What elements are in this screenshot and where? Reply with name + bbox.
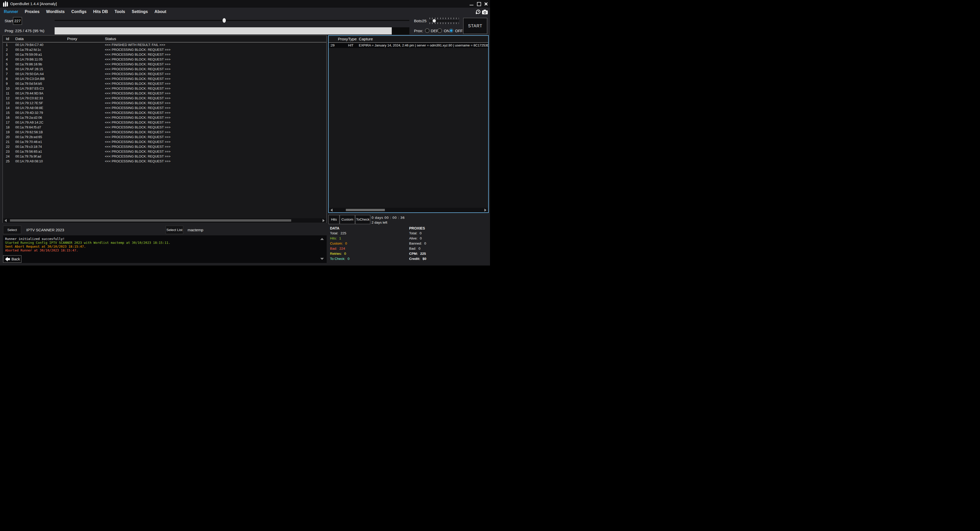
- table-row[interactable]: 1800:1a:79:64:f5:d7<<< PROCESSING BLOCK:…: [3, 125, 326, 130]
- close-icon: [484, 2, 488, 6]
- log-line: Aborted Runner at 30/10/2023 18:15:47.: [5, 249, 327, 252]
- stat-row: Total:225: [330, 231, 350, 236]
- wordlist-name: mactemp: [188, 228, 204, 232]
- proxy-radio-def[interactable]: [425, 28, 430, 33]
- menu-items: Runner Proxies Wordlists Configs Hits DB…: [4, 8, 166, 16]
- results-hscrollbar[interactable]: [3, 218, 326, 223]
- menu-bar: Runner Proxies Wordlists Configs Hits DB…: [0, 8, 490, 16]
- minimize-button[interactable]: [469, 0, 475, 8]
- menu-item-runner[interactable]: Runner: [4, 10, 18, 14]
- tab-tocheck-label: ToCheck: [356, 215, 369, 224]
- hit-row[interactable]: :29HITEXPIRA = January 14, 2024, 2:46 pm…: [329, 43, 488, 48]
- select-cfg-button[interactable]: Select CFG: [3, 226, 21, 234]
- column-header-proxy[interactable]: Proxy: [67, 35, 77, 42]
- column-header-proxy[interactable]: Proxy: [338, 36, 348, 42]
- table-row[interactable]: 300:1a:79:59:09:a1<<< PROCESSING BLOCK: …: [3, 52, 326, 57]
- column-header-status[interactable]: Status: [105, 35, 116, 42]
- table-row[interactable]: 1500:1A:79:4D:32:79<<< PROCESSING BLOCK:…: [3, 110, 326, 115]
- menu-item-about[interactable]: About: [154, 10, 166, 14]
- progress-label: Prog: 225 / 475 (95 %): [5, 29, 45, 33]
- menu-item-tools[interactable]: Tools: [115, 10, 125, 14]
- start-slider[interactable]: [55, 20, 409, 21]
- openbullet-logo-icon: [3, 1, 9, 7]
- column-header-data[interactable]: Data: [15, 35, 24, 42]
- bots-slider[interactable]: [430, 18, 459, 24]
- scroll-right-icon[interactable]: [323, 219, 325, 222]
- stat-row: Bad:224: [330, 247, 350, 252]
- stat-row: Hits:1: [330, 236, 350, 241]
- table-row[interactable]: 1200:1A:79:C0:82:33<<< PROCESSING BLOCK:…: [3, 96, 326, 100]
- table-row[interactable]: 600:1A:79:AF:26:15<<< PROCESSING BLOCK: …: [3, 67, 326, 72]
- proxy-radio-on[interactable]: [438, 28, 442, 33]
- column-header-type[interactable]: Type: [348, 36, 357, 42]
- proxies-stats-title: PROXIES: [409, 226, 425, 230]
- maximize-button[interactable]: [476, 0, 482, 8]
- proxies-stats-rows: Total:0Alive:0Banned:0Bad:0CPM:225Credit…: [409, 231, 426, 262]
- stat-row: Alive:0: [409, 236, 426, 241]
- menu-item-proxies[interactable]: Proxies: [25, 10, 40, 14]
- proxy-mode-label: Prox:: [414, 29, 423, 33]
- config-name: IPTV SCANNER 2023: [26, 228, 64, 232]
- app-window: OpenBullet 1.4.4 [Anomaly] Runner Proxie…: [0, 0, 490, 266]
- table-row[interactable]: 100:1A:79:B4:C7:40<<< FINISHED WITH RESU…: [3, 42, 326, 47]
- table-row[interactable]: 700:1A:79:50:DA:A4<<< PROCESSING BLOCK: …: [3, 72, 326, 77]
- table-row[interactable]: 1300:1A:79:12:7E:5F<<< PROCESSING BLOCK:…: [3, 100, 326, 105]
- history-icon[interactable]: [475, 9, 481, 14]
- menu-item-hitsdb[interactable]: Hits DB: [93, 10, 108, 14]
- table-row[interactable]: 1400:1A:79:A8:08:8E<<< PROCESSING BLOCK:…: [3, 105, 326, 110]
- start-value-input[interactable]: 227: [13, 17, 22, 25]
- table-row[interactable]: 400:1A:79:B6:11:05<<< PROCESSING BLOCK: …: [3, 57, 326, 62]
- scroll-left-icon[interactable]: [331, 209, 332, 212]
- tab-hits[interactable]: Hits: [328, 215, 339, 224]
- table-row[interactable]: 800:1A:79:C3:DA:BB<<< PROCESSING BLOCK: …: [3, 77, 326, 81]
- runner-controls: Start: 227 Bots: 25 START Prog: 225 / 47…: [0, 16, 490, 35]
- close-button[interactable]: [483, 0, 489, 8]
- select-list-button[interactable]: Select List: [165, 226, 183, 234]
- menu-item-wordlists[interactable]: Wordlists: [46, 10, 65, 14]
- table-row[interactable]: 500:1a:79:86:16:9b<<< PROCESSING BLOCK: …: [3, 62, 326, 67]
- results-hscroll-thumb[interactable]: [10, 219, 291, 222]
- progress-fill: [55, 27, 392, 35]
- proxy-radio-off-label: OFF: [455, 29, 463, 33]
- tab-custom-label: Custom: [342, 215, 353, 224]
- table-row[interactable]: 2000:1a:79:2b:ed:65<<< PROCESSING BLOCK:…: [3, 134, 326, 139]
- hits-panel-header: Proxy Type Capture: [329, 36, 488, 42]
- bots-slider-thumb[interactable]: [433, 19, 436, 22]
- hits-hscroll-thumb[interactable]: [346, 209, 385, 211]
- table-row[interactable]: 1100:1A:79:44:9D:9A<<< PROCESSING BLOCK:…: [3, 91, 326, 96]
- column-header-id[interactable]: Id: [6, 35, 9, 42]
- back-button[interactable]: Back: [3, 255, 21, 263]
- menu-item-settings[interactable]: Settings: [132, 10, 148, 14]
- tab-custom[interactable]: Custom: [340, 215, 355, 224]
- start-slider-thumb[interactable]: [223, 18, 226, 23]
- stat-row: Bad:0: [409, 247, 426, 252]
- table-row[interactable]: 1600:1a:79:2a:d2:06<<< PROCESSING BLOCK:…: [3, 115, 326, 120]
- stat-row: CPM:225: [409, 252, 426, 257]
- table-row[interactable]: 2100:1a:79:70:46:e1<<< PROCESSING BLOCK:…: [3, 139, 326, 144]
- table-row[interactable]: 2300:1a:79:56:65:a1<<< PROCESSING BLOCK:…: [3, 149, 326, 154]
- scroll-right-icon[interactable]: [484, 209, 487, 212]
- stat-row: Custom:0: [330, 241, 350, 247]
- results-table-body: 100:1A:79:B4:C7:40<<< FINISHED WITH RESU…: [3, 42, 326, 164]
- table-row[interactable]: 2200:1a:79:c3:18:74<<< PROCESSING BLOCK:…: [3, 144, 326, 149]
- hits-rows: :29HITEXPIRA = January 14, 2024, 2:46 pm…: [329, 43, 488, 48]
- table-row[interactable]: 900:1a:79:0d:54:b5<<< PROCESSING BLOCK: …: [3, 81, 326, 86]
- table-row[interactable]: 1700:1A:79:A9:14:2C<<< PROCESSING BLOCK:…: [3, 120, 326, 125]
- stat-row: Credit:$0: [409, 257, 426, 262]
- menu-item-configs[interactable]: Configs: [71, 10, 86, 14]
- table-row[interactable]: 2500:1A:79:A9:08:10<<< PROCESSING BLOCK:…: [3, 159, 326, 164]
- table-row[interactable]: 2400:1a:79:7b:9f:ad<<< PROCESSING BLOCK:…: [3, 154, 326, 159]
- column-header-capture[interactable]: Capture: [359, 36, 373, 42]
- start-button[interactable]: START: [463, 18, 487, 34]
- scroll-left-icon[interactable]: [5, 219, 6, 222]
- hits-hscrollbar[interactable]: [329, 208, 488, 212]
- data-stats-title: DATA: [330, 226, 339, 230]
- log-line: Runner initialized succesfully!: [5, 237, 327, 241]
- screenshot-camera-icon[interactable]: [482, 9, 487, 14]
- proxy-radio-off[interactable]: [449, 28, 453, 33]
- table-row[interactable]: 200:1a:79:a2:fd:1c<<< PROCESSING BLOCK: …: [3, 47, 326, 52]
- tab-tocheck[interactable]: ToCheck: [355, 215, 370, 224]
- results-table: Id Data Proxy Status 100:1A:79:B4:C7:40<…: [3, 35, 327, 223]
- table-row[interactable]: 1000:1A:79:B7:E5:C3<<< PROCESSING BLOCK:…: [3, 86, 326, 91]
- table-row[interactable]: 1900:1A:79:62:56:1B<<< PROCESSING BLOCK:…: [3, 130, 326, 134]
